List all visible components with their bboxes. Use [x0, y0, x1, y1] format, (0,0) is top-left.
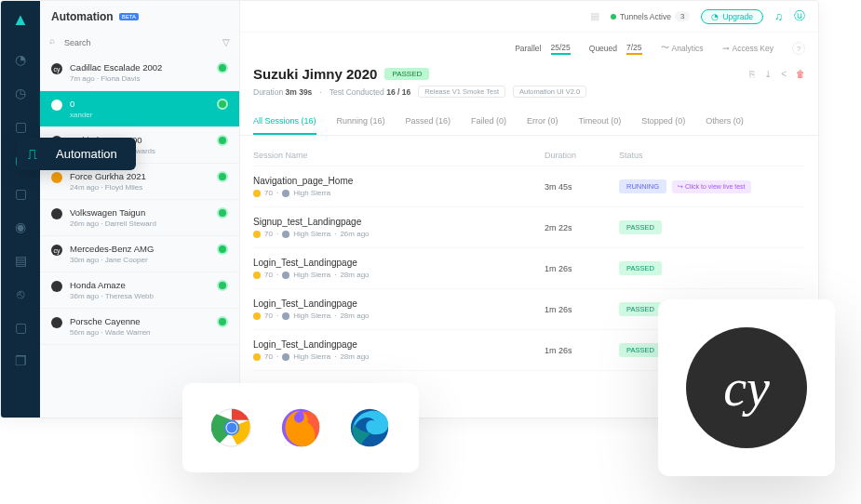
automation-tooltip: ⎍ Automation	[17, 138, 136, 170]
firefox-icon	[280, 407, 321, 448]
tooltip-label: Automation	[56, 147, 117, 161]
test-name: 0	[70, 99, 209, 109]
item6-icon[interactable]: ◉	[15, 219, 26, 234]
access-key-link[interactable]: ⊸Access Key	[722, 44, 774, 53]
session-name: Navigation_page_Home	[253, 176, 545, 186]
col-status: Status	[619, 151, 805, 160]
upgrade-button[interactable]: ◔ Upgrade	[701, 9, 763, 24]
build-title: Suzuki Jimny 2020	[253, 66, 377, 82]
test-list-panel: Automation Beta ⌕ ▽ cy Cadillac Escalade…	[40, 1, 240, 418]
session-name: Login_Test_Landingpage	[253, 258, 545, 268]
status-dot-icon	[217, 244, 228, 255]
session-status-chip: PASSED	[619, 302, 662, 316]
tunnels-status: Tunnels Active 3	[611, 11, 690, 21]
session-duration: 1m 26s	[545, 264, 619, 273]
session-detail: 70· High Sierra·28m ago	[253, 312, 545, 320]
test-item[interactable]: Honda Amaze 36m ago · Theresa Webb	[40, 272, 239, 309]
test-item[interactable]: Porsche Cayenne 56m ago · Wade Warren	[40, 309, 239, 345]
cypress-logo: cy	[686, 327, 807, 448]
dashboard-icon[interactable]: ◔	[15, 52, 26, 67]
search-icon: ⌕	[49, 35, 55, 46]
tab[interactable]: All Sessions (16)	[253, 111, 316, 135]
icon-sidebar: ▲ ◔ ◷ ▢ ▢ ▢ ◉ ▤ ⎋ ▢ ❐	[1, 1, 40, 418]
session-detail: 70· High Sierra·28m ago	[253, 352, 545, 361]
bot-icon[interactable]: ⎋	[17, 286, 24, 301]
session-row[interactable]: Login_Test_Landingpage 70· High Sierra·2…	[253, 248, 805, 289]
browser-dot-icon	[253, 190, 261, 197]
session-name: Login_Test_Landingpage	[253, 298, 545, 309]
tunnels-label: Tunnels Active	[620, 12, 671, 21]
tunnels-dot-icon	[611, 14, 616, 20]
session-duration: 1m 26s	[545, 346, 619, 355]
realtime-icon[interactable]: ▢	[15, 119, 27, 134]
test-name: Volkswagen Taigun	[70, 207, 209, 218]
test-avatar	[51, 208, 62, 219]
tunnels-count: 3	[675, 11, 690, 21]
share-icon[interactable]: <	[781, 69, 787, 79]
session-row[interactable]: Signup_test_Landingpage 70· High Sierra·…	[253, 207, 805, 248]
session-name: Login_Test_Landingpage	[253, 339, 545, 350]
browser-dot-icon	[253, 231, 261, 238]
top-bar: ▦ Tunnels Active 3 ◔ Upgrade ♫ ⓤ	[240, 1, 818, 33]
item5-icon[interactable]: ▢	[15, 186, 27, 201]
grid-icon[interactable]: ▦	[590, 10, 599, 22]
test-avatar	[51, 99, 62, 111]
copy-icon[interactable]: ⎘	[749, 69, 755, 79]
cypress-text: cy	[723, 358, 770, 418]
upgrade-icon: ◔	[711, 12, 719, 21]
filter-icon[interactable]: ▽	[222, 37, 230, 47]
session-detail: 70· High Sierra	[253, 189, 545, 197]
item7-icon[interactable]: ▤	[15, 253, 27, 268]
delete-icon[interactable]: 🗑	[796, 69, 805, 79]
search-input[interactable]	[49, 34, 168, 51]
user-icon[interactable]: ⓤ	[794, 8, 805, 24]
col-duration: Duration	[545, 151, 619, 160]
metrics-bar: Parallel 25/25 Queued 7/25 〜Analytics ⊸A…	[240, 33, 818, 60]
build-tag-1: Release V1 Smoke Test	[418, 86, 505, 98]
clock-icon[interactable]: ◷	[15, 86, 26, 100]
svg-point-4	[227, 423, 237, 433]
session-duration: 1m 26s	[545, 305, 619, 314]
cypress-card: cy	[658, 299, 835, 476]
tab[interactable]: Passed (16)	[406, 111, 451, 135]
status-dot-icon	[217, 62, 228, 73]
copy-icon[interactable]: ❐	[15, 353, 27, 368]
tab[interactable]: Timeout (0)	[579, 111, 622, 135]
os-dot-icon	[282, 231, 289, 238]
logo-icon[interactable]: ▲	[12, 10, 29, 30]
analytics-link[interactable]: 〜Analytics	[661, 43, 704, 54]
parallel-value: 25/25	[551, 43, 571, 55]
download-icon[interactable]: ⤓	[764, 69, 772, 79]
session-status-chip: RUNNING	[619, 179, 666, 193]
test-avatar	[51, 281, 62, 292]
tab[interactable]: Stopped (0)	[641, 111, 685, 135]
os-dot-icon	[282, 312, 289, 320]
tab[interactable]: Failed (0)	[471, 111, 506, 135]
test-list: cy Cadillac Escalade 2002 7m ago · Fiona…	[40, 55, 239, 418]
test-item[interactable]: cy Mercedes-Benz AMG 30m ago · Jane Coop…	[40, 236, 239, 272]
test-avatar: cy	[51, 245, 62, 256]
build-header: Suzuki Jimny 2020 PASSED ⎘ ⤓ < 🗑 Duratio…	[240, 60, 818, 107]
session-status-chip: PASSED	[619, 220, 662, 234]
tab[interactable]: Error (0)	[527, 111, 558, 135]
test-item[interactable]: cy Cadillac Escalade 2002 7m ago · Fiona…	[40, 55, 239, 91]
browser-dot-icon	[253, 353, 261, 361]
test-item[interactable]: Volkswagen Taigun 26m ago · Darrell Stew…	[40, 200, 239, 236]
test-meta: 36m ago · Theresa Webb	[70, 292, 209, 300]
test-meta: xander	[70, 111, 209, 119]
live-test-chip[interactable]: ↪ Click to view live test	[672, 180, 751, 193]
session-detail: 70· High Sierra·28m ago	[253, 271, 545, 279]
bell-icon[interactable]: ♫	[774, 10, 783, 23]
chrome-icon	[211, 407, 252, 448]
build-meta: Duration 3m 39s · Test Conducted 16 / 16…	[253, 86, 805, 98]
tab[interactable]: Others (0)	[706, 111, 744, 135]
search-row: ⌕ ▽	[40, 29, 239, 55]
help-icon[interactable]: ?	[792, 42, 805, 55]
test-meta: 56m ago · Wade Warren	[70, 328, 209, 337]
session-row[interactable]: Navigation_page_Home 70· High Sierra 3m …	[253, 166, 805, 207]
item9-icon[interactable]: ▢	[15, 320, 27, 335]
test-item[interactable]: 0 xander	[40, 91, 239, 127]
tab[interactable]: Running (16)	[337, 111, 385, 135]
session-duration: 2m 22s	[545, 223, 619, 232]
build-tag-2: Automation UI V2.0	[513, 86, 586, 98]
